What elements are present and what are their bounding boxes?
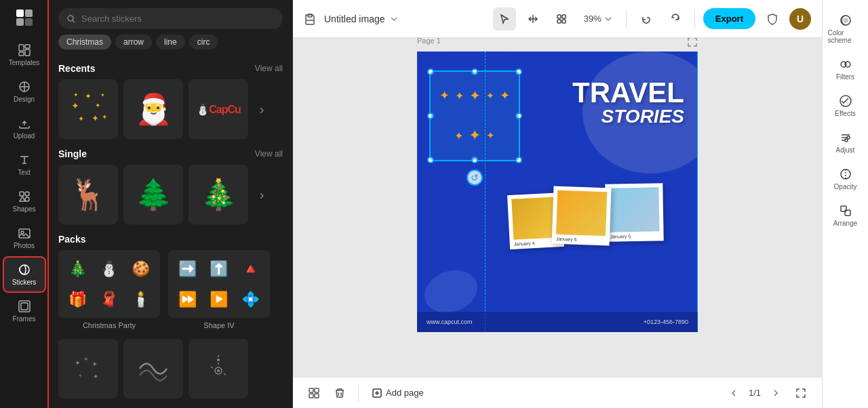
right-panel-color-scheme[interactable]: Color scheme (825, 8, 866, 49)
canvas-design-title: TRAVEL STORIES (572, 79, 684, 126)
right-panel: Color scheme Filters Effects Adjust Opac… (822, 0, 868, 408)
topbar-title[interactable]: Untitled image (324, 14, 399, 24)
svg-rect-9 (20, 192, 24, 196)
more-packs-row: ✦ ✦ ✦ ✦ ✦ (58, 339, 283, 399)
pack-shape-iv-label: Shape IV (168, 321, 270, 329)
sidebar-item-photos[interactable]: Photos (4, 221, 45, 255)
rotate-handle[interactable]: ↺ (467, 169, 483, 186)
sidebar-item-frames[interactable]: Frames (4, 294, 45, 328)
pack-icon-0: 🎄 (62, 254, 93, 283)
right-panel-effects[interactable]: Effects (825, 89, 866, 123)
right-panel-filters[interactable]: Filters (825, 52, 866, 86)
handle-tl[interactable] (427, 68, 434, 75)
next-page-btn[interactable] (766, 384, 785, 403)
view-options-btn[interactable] (550, 7, 573, 30)
shield-btn[interactable] (761, 7, 784, 30)
right-adjust-label: Adjust (836, 146, 855, 154)
handle-mr[interactable] (515, 113, 522, 119)
chip-circ[interactable]: circ (189, 35, 218, 49)
shape-icon-3: ⏩ (172, 285, 203, 314)
zoom-value: 39% (584, 14, 601, 24)
pack-christmas-party-inner[interactable]: 🎄 ⛄ 🍪 🎁 🧣 🕯️ (58, 250, 160, 318)
pan-tool-btn[interactable] (521, 7, 545, 30)
export-btn[interactable]: Export (703, 8, 755, 29)
select-tool-btn[interactable] (493, 7, 516, 30)
app-logo[interactable] (12, 5, 37, 30)
right-arrange-label: Arrange (833, 220, 858, 227)
handle-tr[interactable] (515, 68, 522, 75)
pack-icon-1: ⛄ (94, 254, 125, 283)
pack-christmas-party-label: Christmas Party (58, 321, 160, 329)
svg-text:✦: ✦ (92, 113, 99, 123)
canvas-expand-btn[interactable] (687, 38, 698, 50)
sticker-single-2[interactable]: 🎄 (189, 165, 248, 224)
handle-bm[interactable] (471, 157, 478, 163)
shape-icon-1: ⬆️ (204, 254, 235, 283)
more-pack-1[interactable] (123, 339, 183, 399)
single-next-btn[interactable]: › (254, 165, 270, 224)
svg-rect-46 (309, 394, 313, 398)
sticker-recent-0[interactable]: ✦ ✦ ✦ ✦ ✦ ✦ ✦ ✦ (58, 79, 118, 139)
zoom-selector[interactable]: 39% (578, 11, 618, 26)
chip-christmas[interactable]: Christmas (58, 35, 111, 49)
more-pack-2[interactable] (189, 339, 248, 399)
sticker-recent-1[interactable]: 🎅 (123, 79, 183, 139)
right-panel-adjust[interactable]: Adjust (825, 125, 866, 159)
svg-text:✦: ✦ (78, 115, 84, 123)
recents-view-all[interactable]: View all (255, 64, 283, 73)
save-icon[interactable] (304, 13, 316, 25)
canvas-page-label: Page 1 (417, 38, 441, 45)
sidebar-item-text[interactable]: Text (4, 148, 45, 182)
svg-rect-44 (309, 388, 313, 392)
handle-ml[interactable] (427, 113, 434, 119)
canvas-wrap[interactable]: Page 1 (293, 38, 822, 377)
pack-shape-iv-inner[interactable]: ➡️ ⬆️ 🔺 ⏩ ▶️ 💠 (168, 250, 270, 318)
undo-btn[interactable] (635, 7, 658, 30)
sticker-single-1[interactable]: 🌲 (123, 165, 183, 224)
recents-next-btn[interactable]: › (254, 79, 270, 139)
fullscreen-btn[interactable] (791, 383, 811, 403)
pack-shape-iv[interactable]: ➡️ ⬆️ 🔺 ⏩ ▶️ 💠 Shape IV (168, 250, 270, 329)
handle-tm[interactable] (471, 68, 478, 75)
svg-line-37 (224, 373, 226, 375)
search-input-wrap[interactable] (58, 8, 283, 29)
chip-line[interactable]: line (156, 35, 185, 49)
sidebar-nav: Templates Design Upload Text Shapes (0, 0, 49, 408)
more-pack-0[interactable]: ✦ ✦ ✦ ✦ ✦ (58, 339, 118, 399)
user-avatar[interactable]: U (789, 8, 811, 30)
delete-btn[interactable] (330, 383, 350, 403)
handle-br[interactable] (515, 157, 522, 163)
redo-btn[interactable] (663, 7, 686, 30)
bottom-actions: Add page (304, 383, 429, 403)
grid-view-btn[interactable] (304, 383, 324, 403)
shape-icon-2: 🔺 (235, 254, 266, 283)
filter-chips: Christmas arrow line circ (49, 35, 292, 56)
pack-christmas-party[interactable]: 🎄 ⛄ 🍪 🎁 🧣 🕯️ Christmas Party (58, 250, 160, 329)
sidebar-item-stickers[interactable]: Stickers (4, 258, 45, 291)
pack-icon-4: 🧣 (94, 285, 125, 314)
sidebar-item-templates[interactable]: Templates (4, 38, 45, 72)
right-panel-arrange[interactable]: Arrange (825, 199, 866, 232)
polaroid-1[interactable]: January 5 (552, 186, 612, 246)
svg-rect-2 (16, 18, 24, 26)
chip-arrow[interactable]: arrow (115, 35, 152, 49)
svg-text:✦: ✦ (92, 360, 98, 368)
handle-bl[interactable] (427, 157, 434, 163)
polaroid-2[interactable]: January 5 (605, 183, 663, 241)
prev-page-btn[interactable] (724, 384, 743, 403)
single-view-all[interactable]: View all (255, 149, 283, 159)
sidebar-item-upload[interactable]: Upload (4, 111, 45, 145)
canvas-website: www.capcut.com (427, 319, 473, 325)
sidebar-item-shapes[interactable]: Shapes (4, 184, 45, 218)
sticker-single-0[interactable]: 🦌 (58, 165, 118, 224)
sidebar-item-design[interactable]: Design (4, 75, 45, 108)
sticker-recent-2[interactable]: ⛄CapCu (189, 79, 248, 139)
single-title: Single (58, 148, 87, 159)
right-panel-opacity[interactable]: Opacity (825, 162, 866, 196)
add-page-btn[interactable]: Add page (367, 385, 429, 401)
page-indicator: 1/1 (749, 388, 761, 398)
svg-rect-45 (315, 388, 319, 392)
svg-rect-42 (562, 20, 566, 23)
svg-rect-4 (19, 45, 24, 51)
search-input[interactable] (81, 14, 275, 24)
